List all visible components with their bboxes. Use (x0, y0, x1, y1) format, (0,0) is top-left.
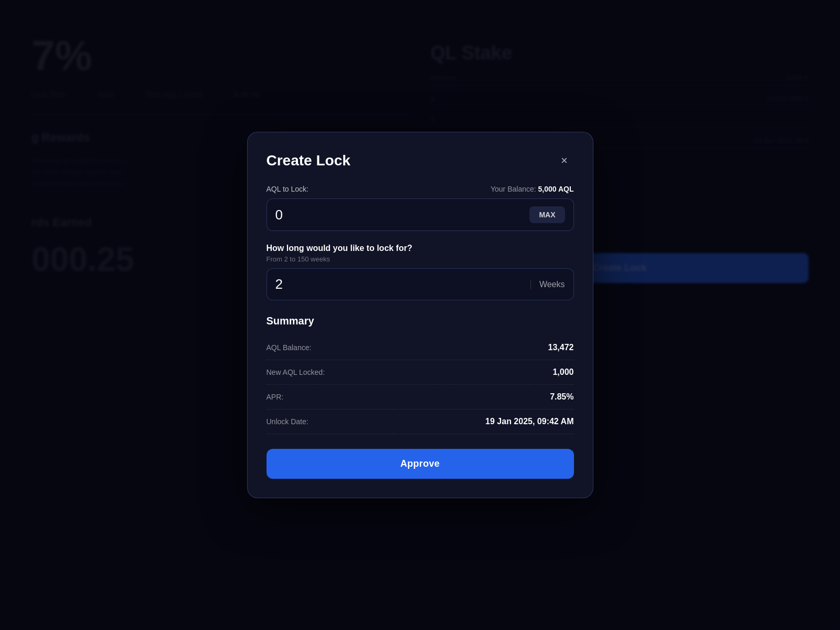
summary-val-2: 7.85% (550, 392, 573, 402)
close-button[interactable]: × (555, 151, 574, 170)
aql-lock-label: AQL to Lock: (267, 185, 309, 193)
summary-val-3: 19 Jan 2025, 09:42 AM (485, 417, 573, 426)
duration-input-box: Weeks (267, 268, 574, 300)
weeks-label: Weeks (530, 280, 565, 289)
summary-row: New AQL Locked:1,000 (267, 360, 574, 385)
summary-key-2: APR: (267, 393, 284, 401)
aql-input-box: MAX (267, 198, 574, 231)
modal-header: Create Lock × (267, 151, 574, 170)
close-icon: × (561, 154, 568, 167)
aql-input[interactable] (275, 207, 530, 223)
summary-title: Summary (267, 315, 574, 327)
summary-key-1: New AQL Locked: (267, 368, 325, 376)
balance-prefix: Your Balance: (491, 185, 536, 193)
aql-field-header: AQL to Lock: Your Balance: 5,000 AQL (267, 185, 574, 193)
modal-wrapper: Create Lock × AQL to Lock: Your Balance:… (0, 0, 840, 630)
summary-rows: AQL Balance:13,472New AQL Locked:1,000AP… (267, 335, 574, 434)
summary-key-0: AQL Balance: (267, 343, 312, 352)
duration-question-label: How long would you like to lock for? (267, 244, 574, 253)
summary-row: AQL Balance:13,472 (267, 335, 574, 360)
create-lock-modal: Create Lock × AQL to Lock: Your Balance:… (247, 132, 593, 498)
balance-amount: 5,000 AQL (538, 185, 574, 193)
summary-val-1: 1,000 (552, 368, 573, 377)
duration-input[interactable] (275, 276, 530, 292)
summary-val-0: 13,472 (548, 343, 574, 352)
summary-row: APR:7.85% (267, 385, 574, 410)
max-button[interactable]: MAX (529, 206, 565, 223)
modal-title: Create Lock (267, 152, 350, 169)
balance-display: Your Balance: 5,000 AQL (491, 185, 574, 193)
approve-button[interactable]: Approve (267, 449, 574, 479)
summary-key-3: Unlock Date: (267, 417, 309, 426)
duration-range-label: From 2 to 150 weeks (267, 255, 574, 263)
summary-row: Unlock Date:19 Jan 2025, 09:42 AM (267, 410, 574, 434)
